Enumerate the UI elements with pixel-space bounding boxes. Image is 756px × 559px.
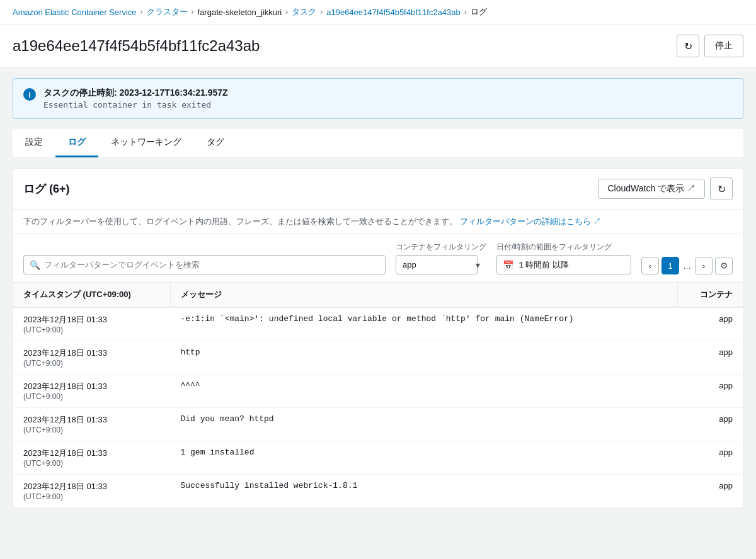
timestamp-cell: 2023年12月18日 01:33(UTC+9:00) [13,307,170,341]
timestamp-line2: (UTC+9:00) [23,325,160,334]
header-actions: ↻ 停止 [677,35,743,57]
container-cell: app [677,375,743,408]
log-refresh-button[interactable]: ↻ [710,178,733,200]
info-banner-content: タスクの停止時刻: 2023-12-17T16:34:21.957Z Essen… [43,88,228,110]
timestamp-line1: 2023年12月18日 01:33 [23,347,160,359]
page-title: a19e64ee147f4f54b5f4bf11fc2a43ab [13,37,260,55]
breadcrumb-sep-0: › [140,8,143,16]
table-row: 2023年12月18日 01:33(UTC+9:00)Did you mean?… [13,408,743,441]
breadcrumb-ecs[interactable]: Amazon Elastic Container Service [13,8,137,17]
breadcrumb-cluster[interactable]: クラスター [147,6,188,18]
breadcrumb-sep-3: › [320,8,323,16]
container-filter-select-wrapper: app ▾ [396,255,486,274]
stop-button[interactable]: 停止 [704,35,743,57]
log-table: タイムスタンプ (UTC+09:00) メッセージ コンテナ 2023年12月1… [13,283,743,508]
message-cell: 1 gem installed [170,441,677,475]
breadcrumb-sep-2: › [285,8,288,16]
next-page-button[interactable]: › [695,257,713,274]
container-cell: app [677,408,743,441]
timestamp-line1: 2023年12月18日 01:33 [23,414,160,426]
table-row: 2023年12月18日 01:33(UTC+9:00)-e:1:in `<mai… [13,307,743,341]
filter-controls: 🔍 コンテナをフィルタリング app ▾ 日付/時刻の範囲をフィルタリング 📅 … [13,234,743,283]
current-page-button[interactable]: 1 [662,257,679,274]
container-cell: app [677,475,743,508]
timestamp-cell: 2023年12月18日 01:33(UTC+9:00) [13,408,170,441]
container-filter-group: コンテナをフィルタリング app ▾ [396,242,486,274]
timestamp-line1: 2023年12月18日 01:33 [23,448,160,459]
breadcrumb: Amazon Elastic Container Service › クラスター… [0,0,756,25]
container-cell: app [677,307,743,341]
timestamp-line1: 2023年12月18日 01:33 [23,481,160,492]
timestamp-line2: (UTC+9:00) [23,426,160,434]
date-filter-label: 日付/時刻の範囲をフィルタリング [496,242,631,252]
breadcrumb-task-id[interactable]: a19e64ee147f4f54b5f4bf11fc2a43ab [326,8,461,17]
filter-search-input[interactable] [23,255,386,274]
filter-search-wrapper: 🔍 [23,255,386,274]
tab-networking[interactable]: ネットワーキング [98,129,194,157]
timestamp-cell: 2023年12月18日 01:33(UTC+9:00) [13,341,170,375]
date-filter-group: 日付/時刻の範囲をフィルタリング 📅 [496,242,631,274]
tab-log[interactable]: ログ [55,129,98,157]
message-cell: -e:1:in `<main>': undefined local variab… [170,307,677,341]
container-filter-select[interactable]: app [396,255,478,274]
container-filter-label: コンテナをフィルタリング [396,242,486,252]
pagination: ‹ 1 … › ⚙ [641,257,733,274]
message-cell: http [170,341,677,375]
date-filter-input[interactable] [496,255,631,274]
prev-page-button[interactable]: ‹ [641,257,659,274]
message-cell: ^^^^ [170,375,677,408]
breadcrumb-task[interactable]: タスク [292,6,316,18]
page-header: a19e64ee147f4f54b5f4bf11fc2a43ab ↻ 停止 [0,25,756,68]
info-banner-subtitle: Essential container in task exited [43,100,228,110]
tabs-bar: 設定 ログ ネットワーキング タグ [13,129,743,158]
date-filter-wrapper: 📅 [496,255,631,274]
page-ellipsis: … [682,261,692,271]
timestamp-line2: (UTC+9:00) [23,492,160,501]
table-row: 2023年12月18日 01:33(UTC+9:00)^^^^app [13,375,743,408]
log-title: ログ (6+) [23,181,70,196]
timestamp-line2: (UTC+9:00) [23,392,160,401]
col-header-container: コンテナ [677,283,743,307]
table-row: 2023年12月18日 01:33(UTC+9:00)httpapp [13,341,743,375]
log-actions: CloudWatch で表示 ↗ ↻ [598,178,733,200]
message-cell: Successfully installed webrick-1.8.1 [170,475,677,508]
timestamp-cell: 2023年12月18日 01:33(UTC+9:00) [13,441,170,475]
breadcrumb-log: ログ [471,6,487,18]
tab-tags[interactable]: タグ [194,129,237,157]
page-settings-button[interactable]: ⚙ [715,257,733,274]
filter-desc-text: 下のフィルターバーを使用して、ログイベント内の用語、フレーズ、または値を検索して… [23,217,457,226]
info-banner: i タスクの停止時刻: 2023-12-17T16:34:21.957Z Ess… [13,78,743,119]
timestamp-line1: 2023年12月18日 01:33 [23,381,160,392]
log-section: ログ (6+) CloudWatch で表示 ↗ ↻ 下のフィルターバーを使用し… [13,168,743,509]
timestamp-line2: (UTC+9:00) [23,459,160,468]
cloudwatch-label: CloudWatch で表示 ↗ [607,183,696,195]
container-cell: app [677,341,743,375]
cloudwatch-button[interactable]: CloudWatch で表示 ↗ [598,179,705,199]
info-banner-title: タスクの停止時刻: 2023-12-17T16:34:21.957Z [43,88,228,99]
table-row: 2023年12月18日 01:33(UTC+9:00)Successfully … [13,475,743,508]
message-cell: Did you mean? httpd [170,408,677,441]
col-header-timestamp: タイムスタンプ (UTC+09:00) [13,283,170,307]
col-header-message: メッセージ [170,283,677,307]
filter-link[interactable]: フィルターパターンの詳細はこちら ↗ [460,217,602,226]
timestamp-cell: 2023年12月18日 01:33(UTC+9:00) [13,475,170,508]
tab-settings[interactable]: 設定 [13,129,55,157]
log-header: ログ (6+) CloudWatch で表示 ↗ ↻ [13,169,743,210]
timestamp-line1: 2023年12月18日 01:33 [23,314,160,325]
filter-description: 下のフィルターバーを使用して、ログイベント内の用語、フレーズ、または値を検索して… [13,210,743,234]
breadcrumb-cluster-name: fargate-skeleton_jikkuri [198,8,282,17]
info-icon: i [23,88,36,101]
table-row: 2023年12月18日 01:33(UTC+9:00)1 gem install… [13,441,743,475]
container-cell: app [677,441,743,475]
timestamp-line2: (UTC+9:00) [23,359,160,368]
refresh-button[interactable]: ↻ [677,35,699,57]
breadcrumb-sep-4: › [464,8,467,16]
timestamp-cell: 2023年12月18日 01:33(UTC+9:00) [13,375,170,408]
breadcrumb-sep-1: › [192,8,194,16]
